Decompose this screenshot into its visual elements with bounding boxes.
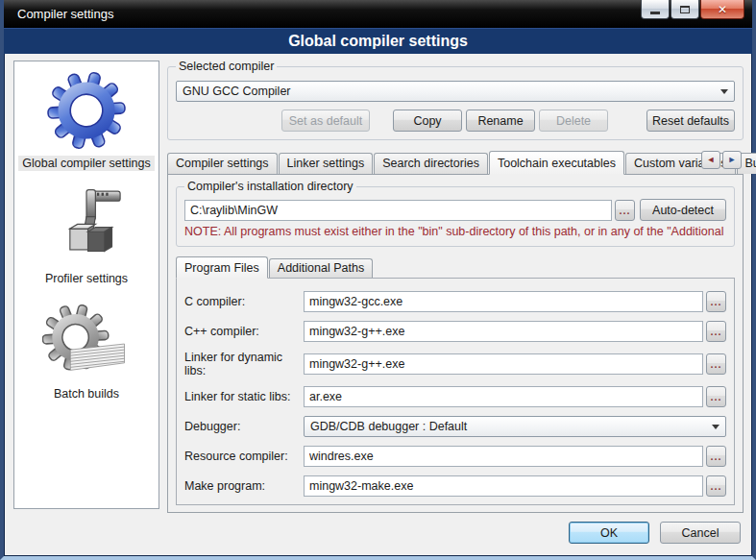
- compiler-buttons-row: Set as default Copy Rename Delete Reset …: [176, 110, 735, 132]
- field-label: Linker for static libs:: [184, 390, 304, 403]
- sidebar-item-label: Batch builds: [50, 386, 123, 402]
- field-label: Linker for dynamic libs:: [184, 351, 304, 377]
- make-program-browse-button[interactable]: ...: [706, 475, 726, 497]
- close-icon: ✕: [718, 3, 727, 16]
- chevron-down-icon: [712, 425, 719, 429]
- cpp-compiler-row: C++ compiler: ...: [184, 321, 726, 342]
- tab-additional-paths[interactable]: Additional Paths: [269, 258, 373, 278]
- debugger-select[interactable]: GDB/CDB debugger : Default: [304, 416, 726, 437]
- cpp-compiler-browse-button[interactable]: ...: [706, 321, 726, 342]
- cancel-button[interactable]: Cancel: [660, 522, 741, 544]
- tab-compiler-settings[interactable]: Compiler settings: [167, 153, 278, 174]
- static-linker-row: Linker for static libs: ...: [184, 386, 726, 407]
- tab-program-files[interactable]: Program Files: [176, 256, 268, 279]
- installation-directory-label: Compiler's installation directory: [184, 180, 356, 193]
- window-controls: ✕: [640, 0, 744, 19]
- sidebar-item-label: Global compiler settings: [18, 156, 154, 171]
- settings-category-list: Global compiler settings: [13, 61, 159, 509]
- program-files-tabstrip: Program Files Additional Paths: [176, 256, 735, 278]
- c-compiler-browse-button[interactable]: ...: [706, 291, 726, 312]
- auto-detect-button[interactable]: Auto-detect: [640, 199, 726, 221]
- dynamic-linker-row: Linker for dynamic libs: ...: [184, 351, 726, 377]
- maximize-button[interactable]: [671, 0, 699, 19]
- settings-tabstrip: Compiler settings Linker settings Search…: [167, 150, 744, 174]
- field-label: Debugger:: [184, 420, 304, 433]
- copy-button[interactable]: Copy: [393, 110, 462, 132]
- installation-directory-input[interactable]: [184, 200, 612, 221]
- minimize-icon: [650, 12, 660, 14]
- debugger-row: Debugger: GDB/CDB debugger : Default: [184, 416, 726, 437]
- bin-subdirectory-note: NOTE: All programs must exist either in …: [184, 225, 726, 238]
- compiler-select-value: GNU GCC Compiler: [183, 85, 291, 98]
- field-label: Resource compiler:: [184, 450, 304, 463]
- selected-compiler-label: Selected compiler: [176, 60, 277, 73]
- make-program-row: Make program: ...: [184, 475, 726, 497]
- program-files-panel: C compiler: ... C++ compiler: ...: [176, 278, 735, 505]
- debugger-select-value: GDB/CDB debugger : Default: [310, 420, 467, 433]
- field-label: Make program:: [184, 479, 304, 493]
- gray-gear-icon: [42, 304, 131, 378]
- field-label: C++ compiler:: [184, 325, 304, 338]
- set-as-default-button[interactable]: Set as default: [281, 110, 370, 132]
- minimize-button[interactable]: [641, 0, 670, 19]
- resource-compiler-browse-button[interactable]: ...: [706, 446, 726, 467]
- cpp-compiler-input[interactable]: [304, 321, 703, 342]
- sidebar-item-batch-builds[interactable]: Batch builds: [14, 300, 159, 415]
- sidebar-item-label: Profiler settings: [41, 271, 132, 286]
- selected-compiler-group: Selected compiler GNU GCC Compiler Set a…: [167, 66, 744, 140]
- titlebar[interactable]: Compiler settings ✕: [4, 0, 752, 28]
- installation-directory-group: Compiler's installation directory ... Au…: [176, 186, 735, 247]
- c-compiler-input[interactable]: [304, 291, 703, 312]
- c-compiler-row: C compiler: ...: [184, 291, 726, 312]
- main-panel: Selected compiler GNU GCC Compiler Set a…: [167, 61, 744, 552]
- blue-gear-icon: [45, 73, 128, 148]
- tab-scroll-left-button[interactable]: ◄: [701, 151, 720, 169]
- tab-search-directories[interactable]: Search directories: [374, 153, 488, 174]
- rename-button[interactable]: Rename: [466, 110, 535, 132]
- resource-compiler-input[interactable]: [304, 446, 703, 467]
- ok-button[interactable]: OK: [569, 522, 649, 544]
- close-button[interactable]: ✕: [700, 0, 744, 19]
- reset-defaults-button[interactable]: Reset defaults: [646, 110, 735, 132]
- make-program-input[interactable]: [304, 475, 703, 497]
- resource-compiler-row: Resource compiler: ...: [184, 446, 726, 467]
- dynamic-linker-browse-button[interactable]: ...: [706, 353, 726, 375]
- sidebar-item-global-compiler-settings[interactable]: Global compiler settings: [14, 69, 159, 184]
- tab-scroll-arrows: ◄ ►: [701, 151, 742, 169]
- caliper-icon: [48, 188, 125, 263]
- dynamic-linker-input[interactable]: [304, 353, 703, 375]
- tab-toolchain-executables[interactable]: Toolchain executables: [489, 151, 624, 175]
- dialog-body: Global compiler settings: [4, 54, 752, 556]
- sidebar-item-profiler-settings[interactable]: Profiler settings: [14, 184, 159, 300]
- delete-button[interactable]: Delete: [539, 110, 608, 132]
- toolchain-executables-panel: Compiler's installation directory ... Au…: [167, 174, 744, 513]
- dialog-footer: OK Cancel: [167, 513, 744, 552]
- compiler-select[interactable]: GNU GCC Compiler: [176, 81, 735, 102]
- tab-scroll-right-button[interactable]: ►: [722, 151, 742, 169]
- field-label: C compiler:: [184, 295, 304, 308]
- tab-linker-settings[interactable]: Linker settings: [279, 153, 374, 174]
- static-linker-browse-button[interactable]: ...: [706, 386, 726, 407]
- window-title: Compiler settings: [17, 7, 113, 21]
- page-title: Global compiler settings: [4, 28, 752, 54]
- compiler-settings-dialog: Compiler settings ✕ Global compiler sett…: [0, 0, 756, 560]
- installation-directory-browse-button[interactable]: ...: [615, 200, 635, 221]
- static-linker-input[interactable]: [304, 386, 703, 407]
- chevron-down-icon: [720, 89, 728, 94]
- maximize-icon: [680, 6, 690, 13]
